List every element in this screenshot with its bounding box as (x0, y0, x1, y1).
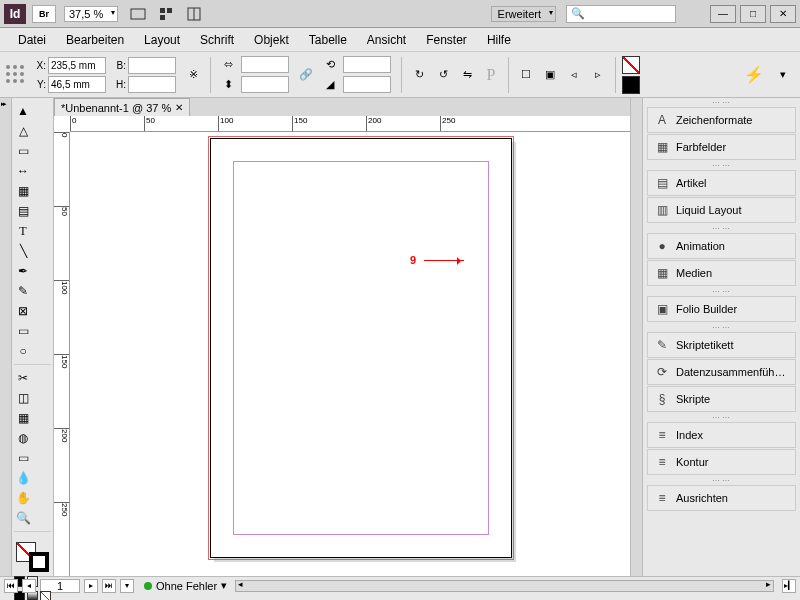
constrain-icon[interactable]: ※ (182, 66, 204, 84)
gap-tool[interactable]: ↔ (14, 162, 32, 180)
panel-menu-icon[interactable]: ▾ (772, 66, 794, 84)
h-field[interactable] (128, 76, 176, 93)
panel-skripte[interactable]: §Skripte (647, 386, 796, 412)
line-tool[interactable]: ╲ (14, 242, 32, 260)
pen-tool[interactable]: ✒ (14, 262, 32, 280)
shear-field[interactable] (343, 76, 391, 93)
search-input[interactable]: 🔍 (566, 5, 676, 23)
maximize-button[interactable]: □ (740, 5, 766, 23)
pencil-tool[interactable]: ✎ (14, 282, 32, 300)
hand-tool[interactable]: ✋ (14, 489, 32, 507)
w-field[interactable] (128, 57, 176, 74)
scale-x-field[interactable] (241, 56, 289, 73)
menu-object[interactable]: Objekt (244, 31, 299, 49)
menu-layout[interactable]: Layout (134, 31, 190, 49)
paragraph-icon[interactable]: P (480, 66, 502, 84)
scroll-end-button[interactable]: ▸▎ (782, 579, 796, 593)
panel-artikel[interactable]: ▤Artikel (647, 170, 796, 196)
panel-kontur[interactable]: ≡Kontur (647, 449, 796, 475)
horizontal-ruler[interactable]: 050100150200250 (70, 116, 630, 132)
reference-point[interactable] (6, 65, 26, 85)
flip-h-icon[interactable]: ⇋ (456, 66, 478, 84)
panel-ausrichten[interactable]: ≡Ausrichten (647, 485, 796, 511)
zoom-tool[interactable]: 🔍 (14, 509, 32, 527)
preflight-menu-icon[interactable]: ▾ (221, 579, 227, 592)
rotate-ccw-icon[interactable]: ↺ (432, 66, 454, 84)
menu-window[interactable]: Fenster (416, 31, 477, 49)
gradient-feather-tool[interactable]: ◍ (14, 429, 32, 447)
panel-medien[interactable]: ▦Medien (647, 260, 796, 286)
scissors-tool[interactable]: ✂ (14, 369, 32, 387)
minimize-button[interactable]: — (710, 5, 736, 23)
select-container-icon[interactable]: ☐ (515, 66, 537, 84)
panel-grip[interactable] (643, 287, 800, 295)
menu-file[interactable]: Datei (8, 31, 56, 49)
panel-grip[interactable] (643, 98, 800, 106)
next-page-button[interactable]: ▸ (84, 579, 98, 593)
close-tab-icon[interactable]: ✕ (175, 102, 183, 113)
open-button[interactable]: ▾ (120, 579, 134, 593)
fill-swatch[interactable] (622, 56, 640, 74)
content-placer-tool[interactable]: ▤ (14, 202, 32, 220)
rotate-field[interactable] (343, 56, 391, 73)
prev-page-button[interactable]: ◂ (22, 579, 36, 593)
menu-help[interactable]: Hilfe (477, 31, 521, 49)
panel-animation[interactable]: ●Animation (647, 233, 796, 259)
arrange-icon[interactable] (182, 4, 206, 24)
menu-type[interactable]: Schrift (190, 31, 244, 49)
free-transform-tool[interactable]: ◫ (14, 389, 32, 407)
right-dock-toggle[interactable] (630, 98, 642, 576)
screen-mode-icon[interactable] (126, 4, 150, 24)
vertical-ruler[interactable]: 050100150200250 (54, 132, 70, 576)
stroke-swatch[interactable] (622, 76, 640, 94)
select-content-icon[interactable]: ▣ (539, 66, 561, 84)
panel-index[interactable]: ≡Index (647, 422, 796, 448)
canvas[interactable]: 9 (70, 132, 630, 576)
content-collector-tool[interactable]: ▦ (14, 182, 32, 200)
note-tool[interactable]: ▭ (14, 449, 32, 467)
document-tab[interactable]: *Unbenannt-1 @ 37 % ✕ (54, 98, 190, 116)
x-field[interactable]: 235,5 mm (48, 57, 106, 74)
link-scale-icon[interactable]: 🔗 (295, 66, 317, 84)
gradient-swatch-tool[interactable]: ▦ (14, 409, 32, 427)
fill-stroke-swatches[interactable] (622, 56, 640, 94)
type-tool[interactable]: T (14, 222, 32, 240)
panel-datenzusammenfh[interactable]: ⟳Datenzusammenfüh… (647, 359, 796, 385)
left-dock-toggle[interactable] (0, 98, 12, 576)
menu-table[interactable]: Tabelle (299, 31, 357, 49)
last-page-button[interactable]: ⏭ (102, 579, 116, 593)
panel-grip[interactable] (643, 323, 800, 331)
panel-foliobuilder[interactable]: ▣Folio Builder (647, 296, 796, 322)
eyedropper-tool[interactable]: 💧 (14, 469, 32, 487)
view-options-icon[interactable] (154, 4, 178, 24)
rectangle-frame-tool[interactable]: ⊠ (14, 302, 32, 320)
panel-grip[interactable] (643, 413, 800, 421)
workspace-select[interactable]: Erweitert (491, 6, 556, 22)
bridge-button[interactable]: Br (32, 5, 56, 23)
horizontal-scrollbar[interactable] (235, 580, 774, 592)
close-button[interactable]: ✕ (770, 5, 796, 23)
menu-edit[interactable]: Bearbeiten (56, 31, 134, 49)
panel-grip[interactable] (643, 224, 800, 232)
panel-farbfelder[interactable]: ▦Farbfelder (647, 134, 796, 160)
rectangle-tool[interactable]: ▭ (14, 322, 32, 340)
y-field[interactable]: 46,5 mm (48, 76, 106, 93)
page[interactable] (210, 138, 512, 558)
panel-zeichenformate[interactable]: AZeichenformate (647, 107, 796, 133)
panel-liquidlayout[interactable]: ▥Liquid Layout (647, 197, 796, 223)
quick-apply-icon[interactable]: ⚡ (744, 65, 764, 84)
selection-tool[interactable]: ▲ (14, 102, 32, 120)
scale-y-field[interactable] (241, 76, 289, 93)
rotate-cw-icon[interactable]: ↻ (408, 66, 430, 84)
zoom-select[interactable]: 37,5 % (64, 6, 118, 22)
page-tool[interactable]: ▭ (14, 142, 32, 160)
panel-skriptetikett[interactable]: ✎Skriptetikett (647, 332, 796, 358)
first-page-button[interactable]: ⏮ (4, 579, 18, 593)
select-prev-icon[interactable]: ◃ (563, 66, 585, 84)
select-next-icon[interactable]: ▹ (587, 66, 609, 84)
menu-view[interactable]: Ansicht (357, 31, 416, 49)
panel-grip[interactable] (643, 476, 800, 484)
apply-none-icon[interactable] (40, 591, 51, 600)
fill-stroke-proxy[interactable] (14, 540, 51, 572)
panel-grip[interactable] (643, 161, 800, 169)
